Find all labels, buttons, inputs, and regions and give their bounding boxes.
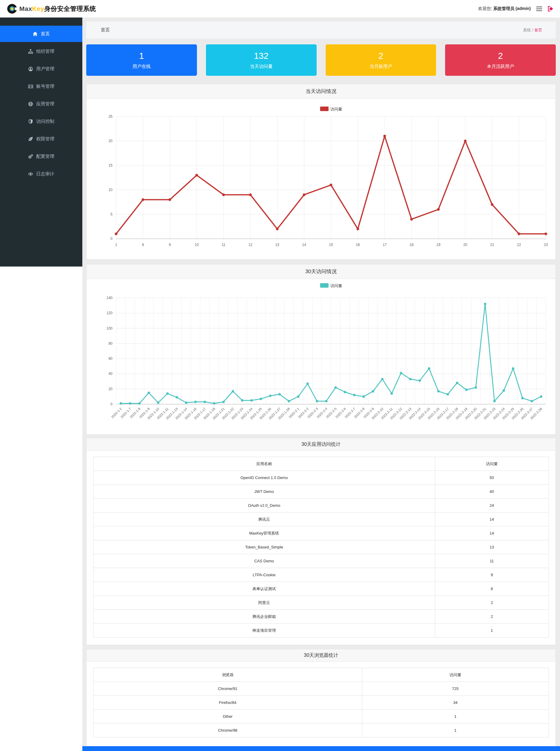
- stat-label: 当月新用户: [369, 64, 392, 69]
- svg-text:访问量: 访问量: [331, 284, 342, 288]
- svg-text:19: 19: [436, 243, 441, 247]
- table-row: OAuth v2.0_Demo24: [94, 499, 549, 513]
- chart-title-30days: 30天访问情况: [86, 265, 556, 279]
- svg-text:16: 16: [356, 243, 360, 247]
- table-row: Chrome/91725: [94, 682, 549, 696]
- sidebar-item-label: 权限管理: [36, 136, 54, 142]
- stat-value: 2: [498, 52, 503, 60]
- brand-title: MaxKey身份安全管理系统: [19, 4, 96, 13]
- row-name-cell: 腾讯云: [94, 513, 435, 526]
- sidebar-item-home[interactable]: 首页: [0, 26, 82, 42]
- column-header: 访问量: [362, 668, 548, 682]
- page-title: 首页: [101, 27, 110, 33]
- sidebar-item-org[interactable]: 组织管理: [0, 43, 82, 59]
- breadcrumb-separator: /: [532, 28, 533, 32]
- browser-stats-table: 浏览器访问量Chrome/91725Firefox/8434Other1Chro…: [93, 668, 549, 737]
- row-name-cell: OpenID Connect 1.0 Demo: [94, 471, 435, 485]
- sidebar-item-perm[interactable]: 权限管理: [0, 131, 82, 147]
- svg-text:8: 8: [142, 243, 144, 247]
- svg-text:11: 11: [222, 243, 225, 247]
- home-icon: [33, 32, 38, 37]
- svg-text:21: 21: [490, 243, 494, 247]
- svg-text:0: 0: [111, 402, 113, 406]
- row-value-cell: 34: [362, 696, 548, 710]
- chart-today: 0510152025189101112131415161718192021222…: [86, 99, 556, 259]
- sidebar-item-label: 访问控制: [36, 119, 54, 124]
- row-value-cell: 40: [435, 485, 549, 499]
- sidebar-item-config[interactable]: 配置管理: [0, 148, 82, 165]
- row-value-cell: 1: [362, 710, 548, 724]
- row-value-cell: 1: [362, 724, 548, 737]
- table-row: Token_Based_Simple13: [94, 540, 549, 554]
- row-value-cell: 50: [435, 471, 549, 485]
- row-value-cell: 14: [435, 526, 549, 540]
- row-value-cell: 1: [435, 623, 549, 637]
- main-content: 首页 系统/首页 1用户在线132当天访问量2当月新用户2本月活跃用户 当天访问…: [82, 18, 560, 751]
- table-header-row: 应用名称访问量: [94, 457, 549, 471]
- row-name-cell: 表单认证测试: [94, 582, 435, 596]
- stat-card-today-visits: 132当天访问量: [206, 44, 317, 76]
- svg-text:17: 17: [383, 243, 387, 247]
- sidebar-menu: 首页组织管理用户管理账号管理应用管理访问控制权限管理配置管理日志审计: [0, 18, 82, 267]
- sidebar-item-label: 用户管理: [36, 66, 54, 72]
- sidebar-item-user[interactable]: 用户管理: [0, 61, 82, 77]
- row-name-cell: 禅道项目管理: [94, 623, 435, 637]
- row-name-cell: JWT Demo: [94, 485, 435, 499]
- row-value-cell: 2: [435, 596, 549, 610]
- stat-card-online: 1用户在线: [86, 44, 197, 76]
- maxkey-dashboard: MaxKey身份安全管理系统 欢迎您: 系统管理员 (admin) 首页组织管理…: [0, 0, 560, 751]
- svg-text:23: 23: [544, 243, 548, 247]
- chart-title-today: 当天访问情况: [86, 84, 556, 99]
- breadcrumb-root-link[interactable]: 系统: [523, 28, 531, 32]
- sidebar-item-label: 组织管理: [36, 49, 54, 54]
- row-value-cell: 725: [362, 682, 548, 696]
- sidebar-item-audit[interactable]: 日志审计: [0, 166, 82, 182]
- sidebar-item-app[interactable]: 应用管理: [0, 96, 82, 112]
- current-user: 系统管理员 (admin): [493, 6, 531, 11]
- sidebar-item-access[interactable]: 访问控制: [0, 113, 82, 130]
- svg-text:0: 0: [111, 237, 113, 241]
- svg-text:20: 20: [463, 243, 467, 247]
- row-name-cell: MaxKey管理系统: [94, 526, 435, 540]
- user-icon: [28, 66, 33, 72]
- row-name-cell: 腾讯企业邮箱: [94, 610, 435, 623]
- svg-text:18: 18: [409, 243, 414, 247]
- row-value-cell: 13: [435, 540, 549, 554]
- stat-card-new-users: 2当月新用户: [326, 44, 436, 76]
- app-stats-table: 应用名称访问量OpenID Connect 1.0 Demo50JWT Demo…: [93, 457, 549, 637]
- today-visits-line-chart: 0510152025189101112131415161718192021222…: [86, 99, 556, 259]
- footer-bar: [82, 746, 560, 751]
- cogs-icon: [28, 154, 33, 159]
- breadcrumb-current-link[interactable]: 首页: [534, 28, 542, 32]
- svg-text:10: 10: [195, 243, 199, 247]
- row-value-cell: 8: [435, 582, 549, 596]
- chart-legend-item[interactable]: 访问量: [320, 107, 342, 111]
- hamburger-menu-icon[interactable]: [536, 6, 542, 11]
- sidebar-item-account[interactable]: 账号管理: [0, 78, 82, 95]
- app-stats-title: 30天应用访问统计: [86, 438, 556, 451]
- table-row: 腾讯云14: [94, 513, 549, 526]
- table-row: Chrome/981: [94, 724, 549, 737]
- eye-icon: [28, 171, 33, 177]
- breadcrumb: 首页 系统/首页: [86, 21, 556, 39]
- sitemap-icon: [28, 49, 33, 54]
- table-row: JWT Demo40: [94, 485, 549, 499]
- svg-text:9: 9: [169, 243, 171, 247]
- table-row: Other1: [94, 710, 549, 724]
- row-value-cell: 14: [435, 513, 549, 526]
- chart-legend-item[interactable]: 访问量: [320, 283, 342, 288]
- maxkey-logo-icon: [7, 3, 18, 14]
- row-name-cell: Token_Based_Simple: [94, 540, 435, 554]
- sidebar-item-label: 首页: [41, 31, 50, 37]
- svg-text:10: 10: [108, 188, 113, 192]
- row-value-cell: 2: [435, 610, 549, 623]
- id-card-icon: [28, 84, 33, 89]
- table-row: MaxKey管理系统14: [94, 526, 549, 540]
- logout-icon[interactable]: [548, 6, 553, 12]
- leaf-icon: [28, 136, 33, 141]
- row-name-cell: OAuth v2.0_Demo: [94, 499, 435, 513]
- table-row: CAS Demo11: [94, 554, 549, 568]
- svg-text:20: 20: [108, 387, 113, 391]
- row-name-cell: LTPA-Cookie: [94, 568, 435, 582]
- row-name-cell: Chrome/91: [94, 682, 362, 696]
